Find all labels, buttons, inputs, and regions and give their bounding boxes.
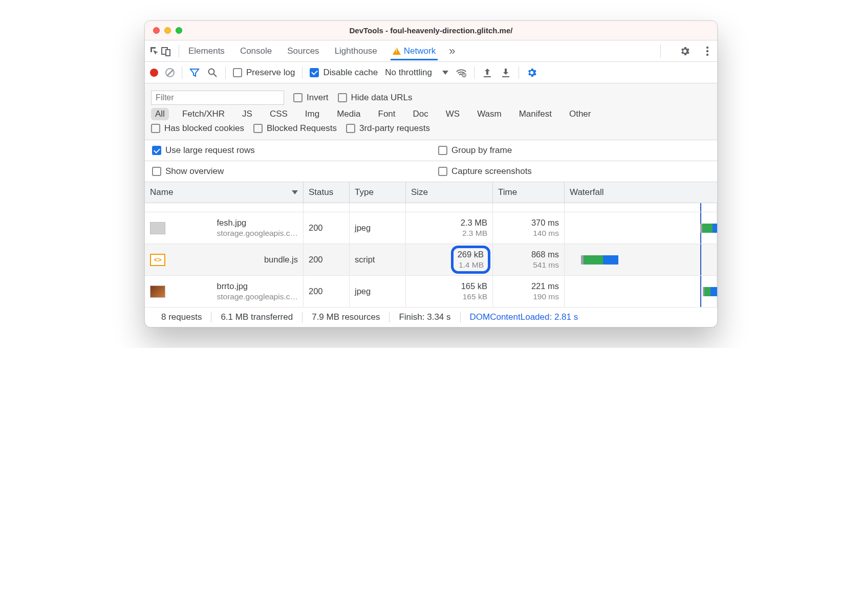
preserve-log-checkbox[interactable]: Preserve log [233, 68, 295, 78]
request-time: 370 ms [531, 218, 559, 228]
invert-checkbox[interactable]: Invert [293, 93, 329, 103]
checkbox-icon [338, 93, 347, 102]
request-status: 200 [304, 244, 350, 275]
network-conditions-icon[interactable] [456, 67, 467, 78]
blocked-cookies-checkbox[interactable]: Has blocked cookies [151, 123, 244, 134]
status-bar: 8 requests 6.1 MB transferred 7.9 MB res… [145, 307, 717, 327]
request-size: 269 kB [458, 250, 484, 259]
checkbox-icon [151, 124, 160, 133]
more-tabs-button[interactable]: » [449, 45, 455, 58]
tab-elements[interactable]: Elements [186, 42, 227, 60]
request-domain: storage.googleapis.c… [217, 229, 298, 238]
tab-network[interactable]: Network [391, 42, 438, 60]
large-rows-checkbox[interactable]: Use large request rows [152, 145, 255, 156]
tab-console[interactable]: Console [238, 42, 274, 60]
filter-type-js[interactable]: JS [238, 108, 256, 120]
grid-header: Name Status Type Size Time Waterfall [145, 182, 717, 203]
filter-type-fetch[interactable]: Fetch/XHR [178, 108, 229, 120]
filter-type-img[interactable]: Img [301, 108, 324, 120]
third-party-checkbox[interactable]: 3rd-party requests [346, 123, 430, 134]
script-icon: <> [150, 254, 165, 266]
size-highlight: 269 kB 1.4 MB [451, 246, 490, 274]
filter-input[interactable] [151, 91, 284, 105]
kebab-menu-icon[interactable] [702, 46, 713, 57]
col-time[interactable]: Time [493, 182, 565, 203]
network-toolbar: Preserve log Disable cache No throttling [145, 62, 717, 83]
tab-sources[interactable]: Sources [285, 42, 321, 60]
minimize-window-button[interactable] [164, 27, 171, 34]
group-by-frame-checkbox[interactable]: Group by frame [438, 145, 512, 156]
device-toggle-icon[interactable] [160, 46, 171, 57]
request-name: bundle.js [264, 255, 298, 265]
hide-data-label: Hide data URLs [351, 93, 413, 103]
filter-toggle-icon[interactable] [189, 68, 200, 78]
svg-point-4 [706, 53, 708, 55]
record-button[interactable] [150, 69, 158, 77]
hide-data-urls-checkbox[interactable]: Hide data URLs [338, 93, 413, 103]
col-type[interactable]: Type [350, 182, 406, 203]
table-row[interactable]: brrto.jpg storage.googleapis.c… 200 jpeg… [145, 276, 717, 307]
request-time: 221 ms [531, 281, 559, 291]
checkbox-icon [293, 93, 303, 102]
request-status: 200 [304, 276, 350, 307]
filter-type-other[interactable]: Other [565, 108, 595, 120]
clipped-size [406, 203, 493, 212]
upload-har-icon[interactable] [482, 67, 493, 78]
svg-point-3 [706, 50, 708, 52]
devtools-window: DevTools - foul-heavenly-direction.glitc… [144, 20, 718, 327]
show-overview-checkbox[interactable]: Show overview [152, 166, 224, 177]
filter-type-all[interactable]: All [151, 108, 169, 120]
request-status: 200 [304, 212, 350, 244]
waterfall-bar [570, 216, 712, 239]
request-size-uncompressed: 2.3 MB [462, 229, 487, 238]
filter-type-doc[interactable]: Doc [409, 108, 433, 120]
network-settings-icon[interactable] [526, 67, 537, 78]
request-type: jpeg [350, 212, 406, 244]
blocked-cookies-label: Has blocked cookies [164, 123, 244, 134]
checkbox-icon [152, 167, 161, 176]
col-size[interactable]: Size [406, 182, 493, 203]
col-name[interactable]: Name [145, 182, 304, 203]
blocked-requests-checkbox[interactable]: Blocked Requests [253, 123, 337, 134]
status-transferred: 6.1 MB transferred [211, 312, 303, 322]
col-status[interactable]: Status [304, 182, 350, 203]
tab-lighthouse[interactable]: Lighthouse [333, 42, 379, 60]
filter-type-wasm[interactable]: Wasm [473, 108, 506, 120]
panel-tabs: Elements Console Sources Lighthouse Netw… [145, 40, 717, 62]
disable-cache-checkbox[interactable]: Disable cache [310, 68, 378, 78]
preserve-log-label: Preserve log [246, 68, 295, 78]
window-title: DevTools - foul-heavenly-direction.glitc… [350, 26, 513, 35]
status-requests: 8 requests [152, 312, 211, 322]
search-icon[interactable] [207, 67, 218, 78]
show-overview-label: Show overview [165, 166, 224, 177]
waterfall-bar [570, 280, 712, 303]
col-waterfall[interactable]: Waterfall [565, 182, 717, 203]
maximize-window-button[interactable] [176, 27, 182, 34]
filter-type-font[interactable]: Font [374, 108, 400, 120]
checkbox-icon [310, 68, 319, 77]
clear-button[interactable] [165, 68, 175, 77]
blocked-requests-label: Blocked Requests [267, 123, 337, 134]
throttling-select[interactable]: No throttling [385, 68, 448, 78]
checkbox-icon [438, 146, 447, 155]
table-row[interactable]: <> bundle.js 200 script 269 kB 1.4 MB 86… [145, 244, 717, 276]
request-latency: 190 ms [533, 292, 559, 301]
settings-icon[interactable] [679, 46, 691, 57]
request-type: jpeg [350, 276, 406, 307]
close-window-button[interactable] [153, 27, 160, 34]
filter-type-ws[interactable]: WS [442, 108, 464, 120]
filter-type-css[interactable]: CSS [266, 108, 292, 120]
request-size-uncompressed: 165 kB [463, 292, 487, 301]
download-har-icon[interactable] [500, 67, 511, 78]
inspect-element-icon[interactable] [149, 46, 160, 57]
filter-type-media[interactable]: Media [333, 108, 364, 120]
svg-rect-1 [166, 50, 170, 56]
table-row[interactable]: fesh.jpg storage.googleapis.c… 200 jpeg … [145, 212, 717, 244]
checkbox-icon [253, 124, 263, 133]
filter-type-manifest[interactable]: Manifest [515, 108, 556, 120]
capture-screenshots-checkbox[interactable]: Capture screenshots [438, 166, 532, 177]
request-domain: storage.googleapis.c… [217, 292, 298, 301]
status-dcl: DOMContentLoaded: 2.81 s [461, 312, 588, 322]
request-name: fesh.jpg [217, 218, 298, 228]
capture-screenshots-label: Capture screenshots [451, 166, 532, 177]
